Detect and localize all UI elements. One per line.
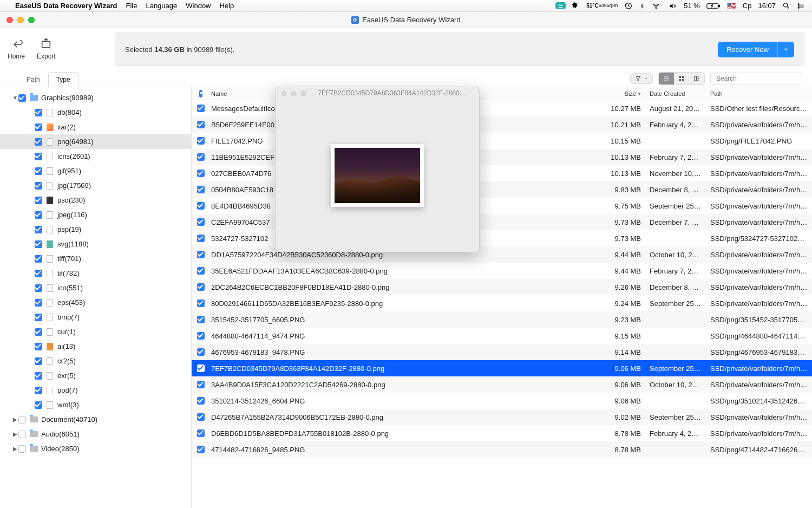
view-grid[interactable] — [674, 73, 689, 84]
row-checkbox[interactable] — [197, 381, 205, 388]
row-checkbox[interactable] — [197, 283, 205, 291]
sidebar-item-document[interactable]: ▶ Document(40710) — [0, 412, 191, 427]
checkbox[interactable] — [35, 328, 42, 336]
row-checkbox[interactable] — [197, 105, 205, 112]
table-row[interactable]: 3515452-3517705_6605.PNG 9.23 MB SSD/png… — [192, 311, 812, 328]
sidebar-item-psd[interactable]: psd(230) — [0, 193, 191, 207]
select-all-checkbox[interactable] — [199, 90, 202, 97]
row-checkbox[interactable] — [197, 170, 205, 177]
table-row[interactable]: 35EE6A521FDDAAF13A103EEA6CB8C639-2880-0.… — [192, 263, 812, 279]
preview-minimize-button[interactable] — [291, 90, 297, 96]
sidebar-item-tif[interactable]: tif(782) — [0, 266, 191, 281]
menu-help[interactable]: Help — [220, 2, 234, 10]
checkbox[interactable] — [35, 167, 42, 175]
sidebar-item-graphics[interactable]: ▼ Graphics(90989) — [0, 90, 191, 105]
export-button[interactable]: Export — [37, 38, 56, 60]
sidebar-item-psp[interactable]: psp(19) — [0, 222, 191, 237]
sidebar-item-xar[interactable]: xar(2) — [0, 120, 191, 134]
table-row[interactable]: D47265B7A155B2A7314D9006B5C172EB-2880-0.… — [192, 409, 812, 425]
row-checkbox[interactable] — [197, 364, 205, 372]
sidebar-item-ai[interactable]: ai(13) — [0, 339, 191, 354]
row-checkbox[interactable] — [197, 348, 205, 356]
battery-icon[interactable] — [706, 2, 721, 10]
checkbox[interactable] — [35, 123, 42, 131]
sidebar-item-audio[interactable]: ▶ Audio(6051) — [0, 427, 191, 441]
sidebar-item-ico[interactable]: ico(551) — [0, 281, 191, 295]
filter-button[interactable] — [630, 73, 653, 84]
row-checkbox[interactable] — [197, 267, 205, 275]
view-preview[interactable] — [689, 73, 704, 84]
row-checkbox[interactable] — [197, 121, 205, 128]
window-close-button[interactable] — [6, 17, 13, 23]
preview-close-button[interactable] — [281, 90, 287, 96]
checkbox[interactable] — [35, 226, 42, 233]
tab-path[interactable]: Path — [18, 72, 48, 87]
control-center-icon[interactable] — [797, 2, 806, 10]
checkbox[interactable] — [18, 431, 26, 438]
row-checkbox[interactable] — [197, 316, 205, 323]
checkbox[interactable] — [35, 153, 42, 160]
volume-icon[interactable] — [667, 2, 677, 10]
sidebar-item-eps[interactable]: eps(453) — [0, 295, 191, 310]
row-checkbox[interactable] — [197, 251, 205, 258]
preview-panel[interactable]: 7EF7B2CD0345D79A8D363F84A142D32F-2880… — [275, 87, 480, 252]
checkbox[interactable] — [18, 94, 26, 102]
checkbox[interactable] — [35, 314, 42, 321]
sidebar-item-gif[interactable]: gif(951) — [0, 164, 191, 178]
col-header-path[interactable]: Path — [706, 90, 812, 97]
checkbox[interactable] — [18, 416, 26, 424]
home-button[interactable]: Home — [8, 38, 25, 60]
search-field[interactable] — [710, 73, 802, 84]
row-checkbox[interactable] — [197, 397, 205, 405]
sidebar-item-video[interactable]: ▶ Video(2850) — [0, 441, 191, 456]
checkbox[interactable] — [35, 240, 42, 248]
menu-window[interactable]: Window — [186, 2, 211, 10]
row-checkbox[interactable] — [197, 186, 205, 193]
checkbox[interactable] — [35, 182, 42, 190]
recover-options-button[interactable] — [778, 42, 794, 57]
checkbox[interactable] — [35, 387, 42, 394]
checkbox[interactable] — [18, 445, 26, 453]
table-row[interactable]: D6EBD6D1D5BA8BEDFD31A755B018102B-2880-0.… — [192, 425, 812, 441]
view-list[interactable] — [659, 73, 674, 84]
preview-zoom-button[interactable] — [300, 90, 306, 96]
table-row[interactable]: 4676953-4679183_9478.PNG 9.14 MB SSD/png… — [192, 344, 812, 360]
wifi-icon[interactable] — [651, 2, 661, 10]
table-row[interactable]: 7EF7B2CD0345D79A8D363F84A142D32F-2880-0.… — [192, 360, 812, 376]
menu-language[interactable]: Language — [146, 2, 177, 10]
row-checkbox[interactable] — [197, 299, 205, 307]
disclosure-triangle-icon[interactable]: ▼ — [12, 95, 18, 101]
table-row[interactable]: 4714482-4716626_9485.PNG 8.78 MB SSD/png… — [192, 441, 812, 458]
row-checkbox[interactable] — [197, 446, 205, 453]
window-minimize-button[interactable] — [17, 17, 24, 23]
time-machine-icon[interactable] — [624, 2, 633, 10]
menu-file[interactable]: File — [126, 2, 137, 10]
disclosure-triangle-icon[interactable]: ▶ — [12, 416, 18, 422]
checkbox[interactable] — [35, 270, 42, 277]
status-indicator-icon[interactable]: ☰ — [555, 2, 566, 9]
window-zoom-button[interactable] — [28, 17, 35, 23]
disclosure-triangle-icon[interactable]: ▶ — [12, 431, 18, 437]
table-row[interactable]: 3510214-3512426_6604.PNG 9.06 MB SSD/png… — [192, 393, 812, 409]
sidebar-item-jpeg[interactable]: jpeg(116) — [0, 207, 191, 222]
table-row[interactable]: 80D029146611D65DA32BE16B3EAF9235-2880-0.… — [192, 295, 812, 311]
checkbox[interactable] — [35, 299, 42, 307]
sidebar-item-cr2[interactable]: cr2(5) — [0, 354, 191, 368]
checkbox[interactable] — [35, 401, 42, 409]
row-checkbox[interactable] — [197, 429, 205, 437]
col-header-size[interactable]: Size▾ — [603, 90, 645, 97]
checkbox[interactable] — [35, 343, 42, 350]
row-checkbox[interactable] — [197, 235, 205, 242]
col-header-date[interactable]: Date Created — [645, 90, 706, 97]
sidebar-item-db[interactable]: db(804) — [0, 105, 191, 120]
sidebar-item-icns[interactable]: icns(2601) — [0, 149, 191, 164]
sidebar-item-bmp[interactable]: bmp(7) — [0, 310, 191, 324]
checkbox[interactable] — [35, 372, 42, 380]
checkbox[interactable] — [35, 197, 42, 204]
row-checkbox[interactable] — [197, 413, 205, 421]
sidebar-item-cur[interactable]: cur(1) — [0, 324, 191, 339]
sidebar-item-png[interactable]: png(64981) — [0, 134, 191, 149]
sidebar-item-svg[interactable]: svg(1188) — [0, 237, 191, 251]
spotlight-icon[interactable] — [782, 2, 790, 10]
checkbox[interactable] — [35, 211, 42, 219]
